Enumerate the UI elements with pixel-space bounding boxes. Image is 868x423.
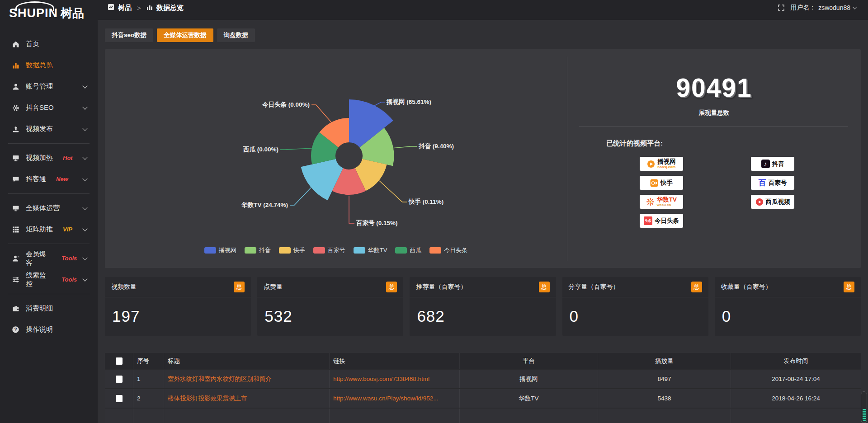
sidebar-item-label: 全媒体运营	[26, 204, 60, 212]
app-logo[interactable]: SHUPIN 树品	[0, 0, 98, 26]
chevron-down-icon	[82, 83, 87, 88]
legend-item[interactable]: 快手	[279, 246, 305, 254]
kuaishou-logo-icon	[650, 179, 658, 187]
stats-panel: 90491 展现量总数 已统计的视频平台: 播视网boosj.com	[567, 49, 861, 268]
baijiahao-logo-icon: 百	[759, 179, 766, 187]
new-badge: New	[56, 176, 68, 183]
sidebar-item-douyin-seo[interactable]: 抖音SEO	[0, 97, 98, 118]
sidebar-item-video-heat[interactable]: 视频加热 Hot	[0, 147, 98, 169]
pie-slice[interactable]	[301, 159, 343, 201]
sidebar-item-video-publish[interactable]: 视频发布	[0, 118, 98, 140]
legend-label: 西瓜	[410, 246, 421, 254]
chevron-down-icon	[83, 255, 88, 260]
gear-icon	[12, 104, 19, 112]
fullscreen-icon[interactable]	[778, 4, 785, 11]
chevron-down-icon	[82, 104, 87, 109]
sidebar-item-label: 账号管理	[26, 82, 53, 91]
sidebar-item-label: 数据总览	[26, 61, 53, 70]
chevron-down-icon	[82, 226, 87, 231]
breadcrumb-current[interactable]: 数据总览	[156, 4, 184, 12]
legend-swatch	[313, 247, 325, 254]
col-header-plays: 播放量	[598, 353, 731, 369]
row-checkbox[interactable]	[116, 376, 123, 383]
tab-douyin-seo-data[interactable]: 抖音seo数据	[105, 28, 153, 42]
sidebar-item-home[interactable]: 首页	[0, 33, 98, 55]
platform-name: 播视网	[657, 159, 676, 165]
topbar: 树品 > 数据总览 用户名： zswodun88	[98, 0, 868, 20]
tools-badge: Tools	[61, 255, 77, 262]
row-checkbox[interactable]	[116, 395, 123, 402]
toutiao-logo-icon: 头条	[644, 216, 652, 225]
chevron-down-icon	[82, 126, 87, 131]
sidebar-item-clue-monitor[interactable]: 线索监控 Tools	[0, 269, 98, 290]
legend-item[interactable]: 今日头条	[429, 246, 467, 254]
legend-item[interactable]: 播视网	[204, 246, 236, 254]
tools-badge: Tools	[61, 276, 77, 283]
sidebar-divider	[8, 143, 90, 144]
platform-badge-toutiao: 头条 今日头条	[640, 214, 683, 228]
legend-item[interactable]: 华数TV	[354, 246, 387, 254]
scrollbar-thumb[interactable]	[861, 391, 867, 423]
sidebar-item-help[interactable]: ? 操作说明	[0, 319, 98, 340]
sidebar: SHUPIN 树品 首页 数据总览 账号管理	[0, 0, 98, 423]
video-url-link[interactable]: http://www.boosj.com/7338468.html	[333, 376, 429, 382]
sidebar-item-spend-detail[interactable]: 消费明细	[0, 298, 98, 319]
legend-item[interactable]: 西瓜	[395, 246, 421, 254]
video-title-link[interactable]: 室外水纹灯和室内水纹灯的区别和简介	[168, 375, 272, 383]
cell-plays: 8497	[598, 370, 731, 388]
pie-label: 抖音 (9.40%)	[418, 143, 454, 150]
tab-omnimedia-data[interactable]: 全媒体运营数据	[157, 28, 213, 42]
username-label: 用户名：	[790, 4, 816, 12]
chevron-down-icon	[853, 5, 857, 9]
chevron-down-icon	[82, 155, 87, 160]
select-all-checkbox[interactable]	[116, 357, 123, 365]
total-badge: 总	[539, 282, 550, 292]
col-header-time: 发布时间	[731, 353, 861, 369]
sidebar-item-data-overview[interactable]: 数据总览	[0, 55, 98, 76]
stat-card-recommends: 推荐量（百家号）总 682	[410, 277, 556, 336]
pie-label: 西瓜 (0.00%)	[243, 146, 278, 153]
legend-label: 百家号	[328, 246, 345, 254]
platform-badge-douyin: ♪ 抖音	[751, 157, 794, 171]
platform-badge-boosj: 播视网boosj.com	[640, 157, 683, 171]
platform-badge-baijiahao: 百 百家号	[751, 176, 794, 190]
wallet-icon	[12, 305, 19, 312]
sidebar-item-label: 操作说明	[26, 325, 53, 334]
pie-label-line	[311, 105, 332, 123]
sidebar-item-label: 消费明细	[26, 304, 53, 313]
platform-name: 快手	[660, 179, 673, 187]
total-badge: 总	[234, 282, 245, 292]
legend-swatch	[245, 247, 256, 254]
pie-label-line	[379, 181, 407, 202]
username-menu[interactable]: 用户名： zswodun88	[790, 4, 856, 12]
video-url-link[interactable]: http://www.wasu.cn/Play/show/id/952...	[333, 395, 439, 402]
vip-badge: VIP	[63, 226, 72, 233]
scroll-widget-stripes	[863, 409, 866, 421]
pie-label-line	[290, 188, 311, 205]
sidebar-item-label: 线索监控	[26, 271, 52, 288]
legend-item[interactable]: 抖音	[245, 246, 271, 254]
sidebar-item-omnimedia[interactable]: 全媒体运营	[0, 197, 98, 219]
user-area: 用户名： zswodun88	[778, 4, 856, 12]
platform-name: 华数TV	[657, 197, 677, 203]
tab-inquiry-data[interactable]: 询盘数据	[217, 28, 255, 42]
table-row: 2 楼体投影灯投影效果震撼上市 http://www.wasu.cn/Play/…	[105, 388, 861, 408]
sidebar-item-member-burst[interactable]: 会员爆客 Tools	[0, 248, 98, 269]
table-row: 1 室外水纹灯和室内水纹灯的区别和简介 http://www.boosj.com…	[105, 369, 861, 388]
breadcrumb-root[interactable]: 树品	[118, 4, 132, 12]
video-title-link[interactable]: 楼体投影灯投影效果震撼上市	[168, 395, 247, 403]
platform-name: 西瓜视频	[766, 198, 790, 206]
pie-label: 百家号 (0.15%)	[356, 220, 398, 226]
sidebar-item-account[interactable]: 账号管理	[0, 76, 98, 97]
legend-swatch	[429, 247, 441, 254]
stat-card-shares: 分享量（百家号）总 0	[562, 277, 708, 336]
sidebar-item-matrix-boost[interactable]: 矩阵助推 VIP	[0, 219, 98, 240]
home-icon	[12, 40, 19, 48]
cell-platform: 播视网	[459, 370, 598, 388]
sidebar-item-douketong[interactable]: 抖客通 New	[0, 169, 98, 190]
total-impressions-label: 展现量总数	[567, 109, 861, 117]
rose-pie-chart: 播视网 (65.61%)抖音 (9.40%)快手 (0.11%)百家号 (0.1…	[108, 49, 564, 235]
pie-label: 播视网 (65.61%)	[386, 98, 431, 105]
legend-item[interactable]: 百家号	[313, 246, 345, 254]
user-icon	[12, 83, 19, 90]
